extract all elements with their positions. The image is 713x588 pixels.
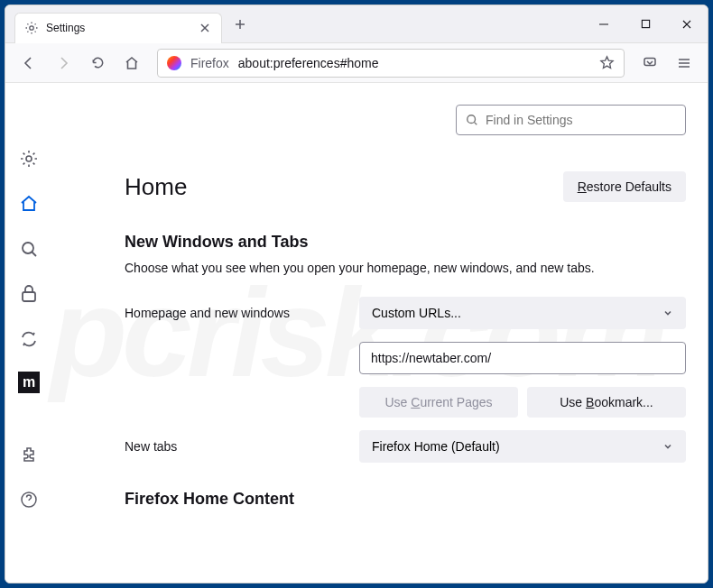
newtabs-select-value: Firefox Home (Default) <box>372 439 500 454</box>
settings-general-icon[interactable] <box>16 146 42 171</box>
settings-privacy-icon[interactable] <box>16 281 42 307</box>
homepage-url-input[interactable] <box>359 342 686 374</box>
section2-title: Firefox Home Content <box>125 490 686 509</box>
maximize-button[interactable] <box>625 5 666 43</box>
section-desc: Choose what you see when you open your h… <box>125 261 686 275</box>
svg-rect-5 <box>23 292 35 301</box>
content: pcrisk.com m <box>5 83 708 583</box>
main-panel: Home Restore Defaults New Windows and Ta… <box>52 83 708 583</box>
window-controls <box>583 5 708 43</box>
home-button[interactable] <box>117 49 146 78</box>
settings-sync-icon[interactable] <box>16 326 42 352</box>
menu-button[interactable] <box>670 49 699 78</box>
page-title: Home <box>125 173 187 201</box>
newtabs-select[interactable]: Firefox Home (Default) <box>359 430 686 463</box>
chevron-down-icon <box>662 308 673 318</box>
gear-icon <box>24 21 39 35</box>
reload-button[interactable] <box>83 49 112 78</box>
close-button[interactable] <box>666 5 708 43</box>
titlebar: Settings <box>5 5 708 43</box>
svg-point-7 <box>468 115 476 124</box>
tab-title: Settings <box>46 22 190 34</box>
close-icon[interactable] <box>198 21 212 35</box>
toolbar: Firefox about:preferences#home <box>5 43 708 83</box>
address-bar[interactable]: Firefox about:preferences#home <box>157 49 625 78</box>
restore-defaults-button[interactable]: Restore Defaults <box>563 171 686 202</box>
settings-search-icon[interactable] <box>16 236 42 262</box>
section-title: New Windows and Tabs <box>125 233 686 252</box>
svg-rect-1 <box>642 20 649 27</box>
tab-settings[interactable]: Settings <box>14 13 222 43</box>
back-button[interactable] <box>14 49 43 78</box>
address-url: about:preferences#home <box>238 56 379 70</box>
chevron-down-icon <box>662 441 673 452</box>
star-icon[interactable] <box>599 55 615 70</box>
use-current-pages-button[interactable]: Use Current Pages <box>359 387 518 418</box>
svg-point-3 <box>26 156 32 161</box>
pocket-button[interactable] <box>635 49 664 78</box>
homepage-label: Homepage and new windows <box>125 306 341 320</box>
help-icon[interactable] <box>16 487 42 512</box>
firefox-icon <box>167 56 181 70</box>
extensions-icon[interactable] <box>16 442 42 467</box>
newtabs-label: New tabs <box>125 439 341 454</box>
settings-home-icon[interactable] <box>16 191 42 216</box>
minimize-button[interactable] <box>583 5 625 43</box>
forward-button[interactable] <box>49 49 78 78</box>
use-bookmark-button[interactable]: Use Bookmark... <box>527 387 686 418</box>
address-brand: Firefox <box>190 56 229 70</box>
find-settings-input[interactable] <box>456 105 686 135</box>
homepage-select[interactable]: Custom URLs... <box>359 297 686 329</box>
svg-point-4 <box>23 243 33 253</box>
browser-window: Settings <box>5 5 708 583</box>
settings-rail: m <box>5 83 52 583</box>
find-settings-field[interactable] <box>486 113 676 127</box>
homepage-select-value: Custom URLs... <box>372 306 461 320</box>
svg-point-0 <box>30 26 33 30</box>
new-tab-button[interactable] <box>227 12 253 37</box>
settings-more-icon[interactable]: m <box>18 372 40 393</box>
